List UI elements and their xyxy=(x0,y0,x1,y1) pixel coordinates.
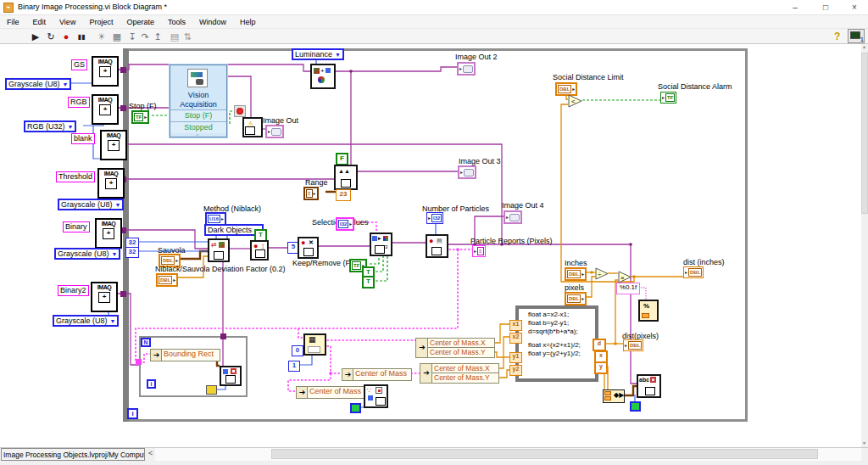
svg-text:×: × xyxy=(620,274,625,282)
horizontal-scroll-thumb[interactable] xyxy=(271,449,818,459)
imaq-create-node-binary2[interactable]: IMAQ+ xyxy=(91,282,118,312)
center-of-mass-unbundle-1[interactable]: Center of Mass xyxy=(353,368,412,381)
imaq-create-node-binary[interactable]: IMAQ+ xyxy=(95,218,122,249)
error-handler-node[interactable]: ⚠ xyxy=(242,117,263,137)
particle-filter-node[interactable]: ▸ 3 xyxy=(370,232,392,256)
image-plus-icon: + xyxy=(99,104,111,115)
center-of-mass-unbundle-2[interactable]: Center of Mass xyxy=(307,386,366,399)
index-array-node[interactable]: ▦ xyxy=(303,333,326,356)
image-out-3-indicator[interactable]: ▸ xyxy=(458,165,476,179)
imaq-create-node-threshold[interactable]: IMAQ+ xyxy=(97,168,125,199)
image-name-constant-blank[interactable]: blank xyxy=(71,133,95,144)
image-name-constant-threshold[interactable]: Threshold xyxy=(56,171,95,182)
formula-input-y2[interactable]: y2 xyxy=(509,365,522,376)
inches-label: Inches xyxy=(565,259,587,267)
image-type-dropdown-1[interactable]: Grayscale (U8)▼ xyxy=(5,78,71,90)
dist-inches-label: dist (inches) xyxy=(683,258,725,266)
color-box-constant-green-2[interactable] xyxy=(630,401,641,412)
expand-chevron-icon[interactable]: ⌄ xyxy=(195,131,200,137)
dist-inches-indicator[interactable]: ▸DBL xyxy=(683,266,704,278)
draw-rectangle-node[interactable] xyxy=(220,366,242,386)
niblack-deviation-control[interactable]: DBL▸ xyxy=(156,273,178,287)
formula-input-x2[interactable]: x2 xyxy=(509,333,522,344)
horizontal-scrollbar[interactable] xyxy=(155,448,861,461)
number-of-particles-indicator[interactable]: ▸I32 xyxy=(426,212,443,224)
image-icon xyxy=(464,169,474,176)
vertical-scrollbar[interactable]: ▲ ▼ xyxy=(861,44,868,447)
filter-badge: 3 xyxy=(385,244,387,249)
center-of-mass-y-field-2[interactable]: Center of Mass.Y xyxy=(431,373,499,384)
image-plus-icon: + xyxy=(105,178,117,189)
dist-pixels-indicator[interactable]: ▸DBL xyxy=(623,339,643,351)
chevron-down-icon: ▼ xyxy=(335,52,341,58)
range-control[interactable]: ≡▸ xyxy=(303,187,319,200)
replace-value-constant[interactable]: 23 xyxy=(336,189,351,201)
formula-output-d[interactable]: d xyxy=(593,339,606,351)
window-size-constant-y[interactable]: 32 xyxy=(125,247,139,258)
imaq-create-node-gs[interactable]: IMAQ+ xyxy=(92,56,119,87)
image-name-constant-binary2[interactable]: Binary2 xyxy=(58,285,89,296)
color-box-constant-yellow[interactable] xyxy=(206,385,217,395)
sub-vi-icon xyxy=(255,249,265,258)
scroll-up-icon[interactable]: ▲ xyxy=(862,44,866,49)
format-string-constant[interactable]: %0.1f xyxy=(616,283,640,294)
pixels-control[interactable]: DBL▸ xyxy=(565,292,587,305)
index-constant-1[interactable]: 1 xyxy=(288,361,300,372)
local-threshold-node[interactable]: ⇄ xyxy=(208,238,230,262)
particle-analysis-node[interactable]: ● ▤ xyxy=(426,234,448,258)
image-type-dropdown-2[interactable]: Grayscale (U8)▼ xyxy=(58,199,124,210)
particle-reports-indicator[interactable]: ▸≡ xyxy=(472,245,486,257)
divide-node[interactable]: ÷ xyxy=(595,267,609,280)
formula-input-x1[interactable]: x1 xyxy=(509,320,522,331)
arrow-icon: ▸ xyxy=(144,114,147,120)
image-name-constant-gs[interactable]: GS xyxy=(71,59,87,70)
selection-values-control[interactable]: I32▸ xyxy=(336,217,354,231)
boolean-true-constant-2[interactable]: T xyxy=(362,276,375,289)
boolean-false-constant[interactable]: F xyxy=(336,153,348,165)
overlay-text-node[interactable]: abc xyxy=(637,374,661,398)
multiply-node[interactable]: × xyxy=(618,271,632,283)
center-of-mass-y-field-1[interactable]: Center of Mass.Y xyxy=(427,347,495,358)
format-into-string-node[interactable]: % xyxy=(638,300,659,322)
vertical-scroll-thumb[interactable] xyxy=(861,53,868,214)
image-name-constant-binary[interactable]: Binary xyxy=(63,221,90,232)
imaq-create-node-rgb[interactable]: IMAQ+ xyxy=(92,94,119,125)
image-out-2-indicator[interactable]: ▸ xyxy=(457,62,476,76)
inches-control[interactable]: DBL▸ xyxy=(565,267,587,281)
stop-button-constant[interactable] xyxy=(234,105,246,117)
overlay-points-node[interactable]: ∵ xyxy=(364,384,388,408)
project-context-box[interactable]: Image Processing Objects.lvproj/My Compu… xyxy=(1,448,145,461)
scroll-down-icon[interactable]: ▼ xyxy=(862,440,866,445)
stop-f-control[interactable]: TF▸ xyxy=(131,110,149,124)
imaq-threshold-node[interactable]: ▲▲ xyxy=(334,165,358,190)
color-box-constant-green-1[interactable] xyxy=(350,403,361,413)
bounding-rect-unbundle[interactable]: Bounding Rect xyxy=(161,349,220,361)
image-type-dropdown-3[interactable]: Grayscale (U8)▼ xyxy=(54,248,120,260)
image-type-dropdown-rgb[interactable]: RGB (U32)▼ xyxy=(24,120,76,132)
vision-acquisition-express-vi[interactable]: Vision Acquisition Stop (F) Stopped ⌄ xyxy=(170,64,227,137)
image-out-indicator[interactable]: ▸ xyxy=(265,125,284,138)
wires-layer xyxy=(0,0,868,465)
sub-vi-icon xyxy=(341,179,351,188)
imaq-create-node-blank[interactable]: IMAQ+ xyxy=(100,130,127,160)
arrow-icon: ▸ xyxy=(173,277,175,283)
index-constant-0[interactable]: 0 xyxy=(292,345,303,356)
social-distance-alarm-indicator[interactable]: ▸TF xyxy=(660,92,676,104)
image-type-dropdown-4[interactable]: Grayscale (U8)▼ xyxy=(53,315,119,327)
arrow-icon: ▸ xyxy=(625,342,627,349)
image-out-4-label: Image Out 4 xyxy=(502,201,544,210)
formula-input-y1[interactable]: y1 xyxy=(509,352,522,363)
formula-output-y[interactable]: y xyxy=(594,361,608,374)
extract-color-plane-node[interactable]: + xyxy=(310,64,336,89)
scroll-left-icon[interactable]: < xyxy=(148,449,153,457)
remove-particle-node[interactable]: ● ✕ xyxy=(298,237,319,259)
bundle-node[interactable]: ◆▶ xyxy=(603,389,625,403)
image-out-4-indicator[interactable]: ▸ xyxy=(504,210,522,224)
morphology-node[interactable]: ● ⌶ xyxy=(250,240,269,261)
sub-vi-icon xyxy=(431,247,442,255)
va-stop-row[interactable]: Stop (F) xyxy=(170,109,226,121)
image-name-constant-rgb[interactable]: RGB xyxy=(68,97,90,108)
image-stack-icon xyxy=(191,72,203,77)
less-than-node[interactable]: < xyxy=(568,94,583,108)
color-plane-dropdown[interactable]: Luminance▼ xyxy=(292,48,344,60)
